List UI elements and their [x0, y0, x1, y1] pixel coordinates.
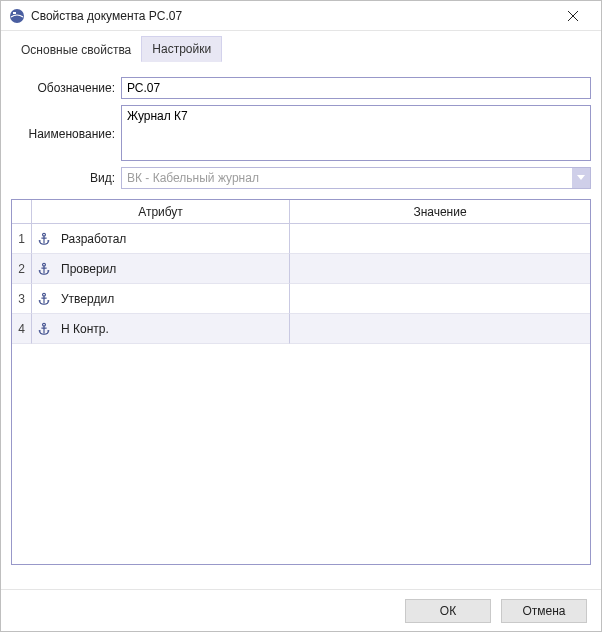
table-row[interactable]: 2Проверил	[12, 254, 590, 284]
designation-input[interactable]	[121, 77, 591, 99]
table-row[interactable]: 1Разработал	[12, 224, 590, 254]
name-label: Наименование:	[11, 127, 121, 141]
form-area: Обозначение: Наименование: Вид: ВК - Каб…	[11, 77, 591, 189]
svg-point-14	[43, 293, 46, 296]
row-number: 3	[12, 284, 32, 314]
row-value[interactable]	[290, 254, 590, 284]
app-icon	[9, 8, 25, 24]
table-row[interactable]: 3Утвердил	[12, 284, 590, 314]
row-value[interactable]	[290, 224, 590, 254]
kind-dropdown-button[interactable]	[572, 168, 590, 188]
anchor-icon	[37, 232, 51, 246]
anchor-icon	[37, 292, 51, 306]
designation-label: Обозначение:	[11, 81, 121, 95]
name-textarea[interactable]	[121, 105, 591, 161]
ok-button[interactable]: ОК	[405, 599, 491, 623]
row-icon	[32, 284, 56, 314]
dialog-footer: ОК Отмена	[1, 589, 601, 631]
row-attribute: Разработал	[56, 224, 290, 254]
attributes-grid: Атрибут Значение 1Разработал2Проверил3Ут…	[11, 199, 591, 565]
close-button[interactable]	[553, 2, 593, 30]
row-icon	[32, 224, 56, 254]
row-value[interactable]	[290, 284, 590, 314]
kind-combobox[interactable]: ВК - Кабельный журнал	[121, 167, 591, 189]
grid-header-attribute[interactable]: Атрибут	[32, 200, 290, 223]
anchor-icon	[37, 322, 51, 336]
svg-point-19	[43, 323, 46, 326]
cancel-button[interactable]: Отмена	[501, 599, 587, 623]
svg-point-9	[43, 263, 46, 266]
row-icon	[32, 314, 56, 344]
svg-rect-1	[13, 12, 16, 14]
tabs: Основные свойства Настройки	[11, 37, 591, 63]
table-row[interactable]: 4Н Контр.	[12, 314, 590, 344]
row-number: 4	[12, 314, 32, 344]
close-icon	[568, 11, 578, 21]
kind-selected-value: ВК - Кабельный журнал	[122, 168, 572, 188]
window-title: Свойства документа РС.07	[31, 9, 553, 23]
tab-settings[interactable]: Настройки	[141, 36, 222, 62]
row-number: 1	[12, 224, 32, 254]
grid-header-rownum	[12, 200, 32, 223]
grid-header: Атрибут Значение	[12, 200, 590, 224]
grid-header-value[interactable]: Значение	[290, 200, 590, 223]
row-number: 2	[12, 254, 32, 284]
row-value[interactable]	[290, 314, 590, 344]
row-attribute: Проверил	[56, 254, 290, 284]
chevron-down-icon	[577, 175, 585, 181]
row-icon	[32, 254, 56, 284]
anchor-icon	[37, 262, 51, 276]
kind-label: Вид:	[11, 171, 121, 185]
titlebar: Свойства документа РС.07	[1, 1, 601, 31]
row-attribute: Утвердил	[56, 284, 290, 314]
tab-main-properties[interactable]: Основные свойства	[11, 38, 141, 62]
row-attribute: Н Контр.	[56, 314, 290, 344]
svg-point-4	[43, 233, 46, 236]
